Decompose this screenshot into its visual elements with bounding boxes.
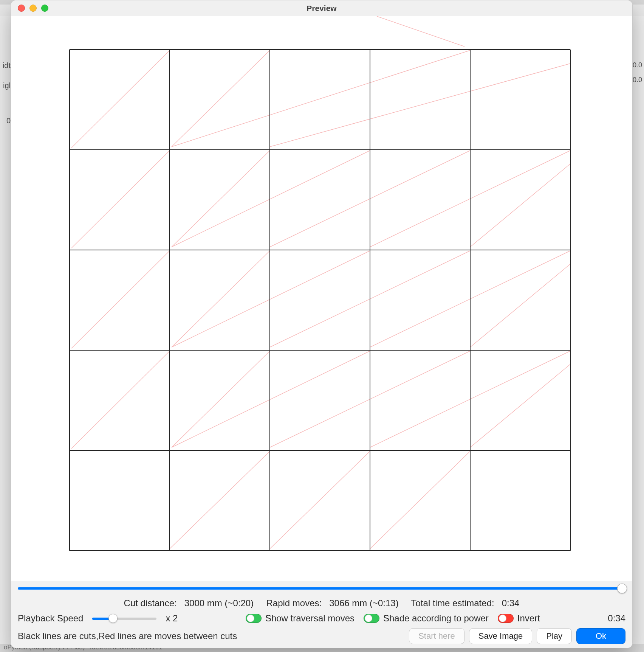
preview-window: Preview Cut distance: 3000 mm (~0:20) Ra…: [11, 0, 633, 648]
save-image-button[interactable]: Save Image: [469, 628, 532, 644]
bg-text: 0: [0, 116, 11, 125]
svg-line-6: [172, 151, 270, 247]
svg-line-13: [172, 251, 370, 347]
playback-time: 0:34: [608, 613, 625, 624]
background-window-right: 0.0 0.0: [633, 16, 644, 652]
rapid-moves-label: Rapid moves:: [266, 598, 322, 608]
progress-slider[interactable]: [18, 583, 625, 594]
show-traversal-option[interactable]: Show traversal moves: [246, 613, 355, 624]
svg-line-12: [172, 251, 270, 347]
svg-line-1: [71, 50, 170, 148]
svg-line-23: [170, 451, 270, 549]
svg-line-5: [71, 151, 170, 248]
bottom-panel: Cut distance: 3000 mm (~0:20) Rapid move…: [11, 581, 632, 648]
svg-line-11: [71, 251, 170, 348]
start-here-button[interactable]: Start here: [409, 628, 464, 644]
bg-text: 0.0: [633, 61, 644, 69]
bg-text: 0.0: [633, 76, 644, 84]
svg-line-18: [172, 351, 270, 447]
stats-row: Cut distance: 3000 mm (~0:20) Rapid move…: [18, 596, 625, 611]
shade-power-toggle[interactable]: [364, 614, 379, 623]
total-time-label: Total time estimated:: [411, 598, 494, 608]
svg-line-19: [172, 351, 370, 447]
playback-speed-value: x 2: [166, 613, 178, 624]
cut-distance-label: Cut distance:: [124, 598, 177, 608]
svg-line-2: [172, 50, 270, 147]
titlebar: Preview: [11, 0, 632, 16]
progress-track: [18, 587, 625, 590]
svg-line-0: [377, 16, 464, 47]
svg-line-3: [172, 50, 470, 147]
preview-svg: [11, 16, 632, 568]
svg-line-16: [470, 264, 570, 347]
show-traversal-label: Show traversal moves: [265, 613, 355, 624]
svg-line-24: [270, 451, 370, 549]
show-traversal-toggle[interactable]: [246, 614, 262, 623]
shade-power-label: Shade according to power: [383, 613, 489, 624]
bg-text: idt: [0, 61, 11, 70]
info-row: Black lines are cuts,Red lines are moves…: [18, 626, 625, 644]
legend-text: Black lines are cuts,Red lines are moves…: [18, 631, 237, 641]
play-button[interactable]: Play: [537, 628, 572, 644]
total-time-value: 0:34: [502, 598, 520, 608]
playback-speed-slider[interactable]: [92, 614, 156, 623]
window-title: Preview: [11, 4, 632, 13]
background-window-left: idt igl 0: [0, 16, 11, 652]
progress-thumb[interactable]: [617, 584, 627, 593]
svg-line-17: [71, 351, 170, 449]
svg-line-7: [172, 151, 370, 247]
preview-canvas[interactable]: [11, 16, 632, 581]
speed-thumb[interactable]: [108, 614, 118, 623]
svg-line-22: [470, 364, 570, 447]
svg-line-4: [270, 64, 570, 147]
ok-button[interactable]: Ok: [576, 628, 625, 644]
bg-text: igl: [0, 81, 11, 90]
shade-power-option[interactable]: Shade according to power: [364, 613, 489, 624]
invert-toggle[interactable]: [498, 614, 514, 623]
controls-row: Playback Speed x 2 Show traversal moves …: [18, 613, 625, 624]
invert-label: Invert: [517, 613, 540, 624]
invert-option[interactable]: Invert: [498, 613, 540, 624]
svg-line-25: [370, 451, 470, 549]
cut-distance-value: 3000 mm (~0:20): [184, 598, 254, 608]
svg-line-10: [470, 164, 570, 247]
playback-speed-label: Playback Speed: [18, 613, 83, 624]
rapid-moves-value: 3066 mm (~0:13): [329, 598, 398, 608]
